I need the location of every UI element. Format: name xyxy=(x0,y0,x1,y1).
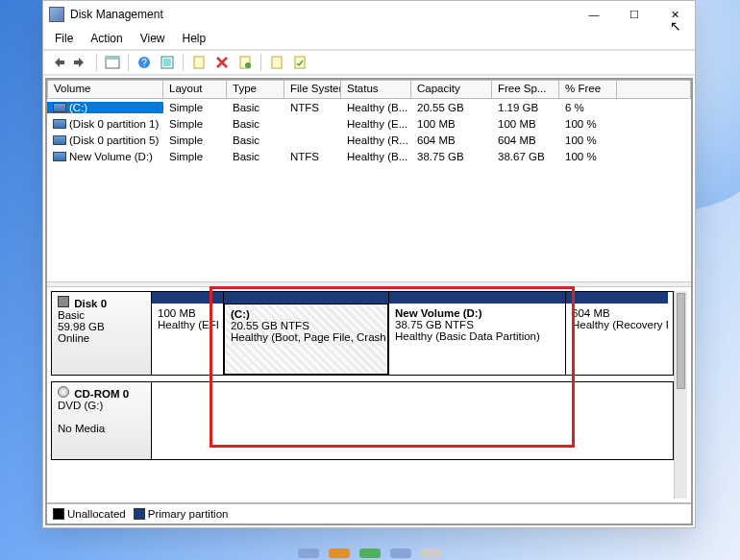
drive-icon xyxy=(53,152,66,161)
col-pctfree[interactable]: % Free xyxy=(559,80,617,99)
menu-help[interactable]: Help xyxy=(175,30,214,47)
x-icon xyxy=(214,55,230,70)
cdrom-empty xyxy=(152,382,673,459)
cdrom-info: CD-ROM 0 DVD (G:) No Media xyxy=(52,382,152,459)
svg-rect-6 xyxy=(194,57,204,68)
swatch-unallocated xyxy=(53,508,64,520)
partition-stripe xyxy=(389,292,565,304)
page2-icon xyxy=(269,55,284,70)
page-check-icon xyxy=(292,55,308,70)
disk0-size: 59.98 GB xyxy=(58,321,105,332)
properties-button[interactable] xyxy=(234,52,256,73)
graphic-scrollbar[interactable] xyxy=(674,291,687,499)
props-icon xyxy=(237,55,253,70)
menu-file[interactable]: File xyxy=(47,30,81,47)
partition[interactable]: 604 MBHealthy (Recovery Pa xyxy=(566,292,668,375)
disk0-type: Basic xyxy=(58,309,85,321)
disk0-partitions: 100 MBHealthy (EFI S(C:)20.55 GB NTFSHea… xyxy=(152,292,673,375)
page-icon xyxy=(191,55,207,70)
disk0-status: Online xyxy=(58,332,89,344)
app-icon xyxy=(49,7,64,22)
svg-rect-1 xyxy=(106,57,119,60)
partition[interactable]: (C:)20.55 GB NTFSHealthy (Boot, Page Fil… xyxy=(224,292,389,375)
partition-stripe xyxy=(152,292,223,304)
partition[interactable]: 100 MBHealthy (EFI S xyxy=(152,292,224,375)
titlebar[interactable]: Disk Management — ☐ ✕ xyxy=(43,1,695,28)
maximize-icon: ☐ xyxy=(629,9,639,21)
disk-management-window: Disk Management — ☐ ✕ File Action View H… xyxy=(42,0,696,528)
taskbar-icon[interactable] xyxy=(329,548,350,558)
toolbar-separator xyxy=(128,54,129,71)
panel-icon xyxy=(105,55,120,70)
close-button[interactable]: ✕ xyxy=(654,1,695,28)
scrollbar-thumb[interactable] xyxy=(677,293,685,389)
svg-rect-10 xyxy=(295,57,305,68)
toolbar-separator xyxy=(183,54,184,71)
col-free[interactable]: Free Sp... xyxy=(492,80,559,99)
svg-text:?: ? xyxy=(141,58,147,68)
refresh-button[interactable] xyxy=(157,52,178,73)
delete-button[interactable] xyxy=(211,52,233,73)
drive-icon xyxy=(53,119,66,129)
svg-rect-5 xyxy=(163,59,171,66)
toolbar-separator xyxy=(96,54,97,71)
disk0-label: Disk 0 xyxy=(74,298,107,309)
main-area: Volume Layout Type File System Status Ca… xyxy=(45,78,693,525)
show-hide-button[interactable] xyxy=(102,52,123,73)
minimize-button[interactable]: — xyxy=(574,1,614,28)
legend: Unallocated Primary partition xyxy=(47,502,691,523)
taskbar-icons xyxy=(0,547,740,560)
swatch-primary xyxy=(134,508,145,520)
disk-icon xyxy=(58,296,69,307)
volume-row[interactable]: (Disk 0 partition 5)SimpleBasicHealthy (… xyxy=(47,132,691,148)
volume-list-header: Volume Layout Type File System Status Ca… xyxy=(47,80,691,99)
taskbar-icon[interactable] xyxy=(390,548,411,558)
graphic-pane: Disk 0 Basic 59.98 GB Online 100 MBHealt… xyxy=(47,287,691,502)
toolbar: ? xyxy=(43,49,695,76)
options-button[interactable] xyxy=(289,52,310,73)
volume-row[interactable]: (C:)SimpleBasicNTFSHealthy (B...20.55 GB… xyxy=(47,99,691,115)
format-button[interactable] xyxy=(266,52,287,73)
taskbar-icon[interactable] xyxy=(421,548,442,558)
cdrom-icon xyxy=(58,386,69,398)
col-filesystem[interactable]: File System xyxy=(284,80,341,99)
drive-icon xyxy=(53,103,66,112)
menubar: File Action View Help xyxy=(43,28,695,49)
disk0-row[interactable]: Disk 0 Basic 59.98 GB Online 100 MBHealt… xyxy=(51,291,674,376)
forward-button[interactable] xyxy=(70,52,91,73)
close-icon: ✕ xyxy=(671,9,679,21)
taskbar-icon[interactable] xyxy=(359,548,381,558)
col-volume[interactable]: Volume xyxy=(47,80,163,99)
col-extra[interactable] xyxy=(617,80,691,99)
disk0-info: Disk 0 Basic 59.98 GB Online xyxy=(52,292,152,375)
toolbar-separator xyxy=(260,54,261,71)
col-layout[interactable]: Layout xyxy=(163,80,227,99)
col-type[interactable]: Type xyxy=(227,80,284,99)
back-button[interactable] xyxy=(47,52,68,73)
refresh-icon xyxy=(160,55,175,70)
partition-stripe xyxy=(566,292,668,304)
menu-view[interactable]: View xyxy=(133,30,173,47)
cdrom-row[interactable]: CD-ROM 0 DVD (G:) No Media xyxy=(51,381,674,460)
cdrom-label: CD-ROM 0 xyxy=(74,388,129,400)
partition[interactable]: New Volume (D:)38.75 GB NTFSHealthy (Bas… xyxy=(389,292,566,375)
partition-stripe xyxy=(224,292,388,304)
col-status[interactable]: Status xyxy=(341,80,411,99)
cdrom-sub: DVD (G:) xyxy=(58,400,103,411)
taskbar-icon[interactable] xyxy=(298,548,319,558)
help-icon: ? xyxy=(136,55,152,70)
menu-action[interactable]: Action xyxy=(83,30,130,47)
volume-list[interactable]: (C:)SimpleBasicNTFSHealthy (B...20.55 GB… xyxy=(47,99,691,281)
drive-icon xyxy=(53,135,66,145)
cdrom-media: No Media xyxy=(58,423,105,434)
window-title: Disk Management xyxy=(70,8,163,21)
legend-primary: Primary partition xyxy=(148,508,229,520)
svg-rect-9 xyxy=(272,57,282,68)
volume-row[interactable]: New Volume (D:)SimpleBasicNTFSHealthy (B… xyxy=(47,148,691,164)
arrow-right-icon xyxy=(73,55,88,70)
help-button[interactable]: ? xyxy=(134,52,155,73)
col-capacity[interactable]: Capacity xyxy=(411,80,492,99)
volume-row[interactable]: (Disk 0 partition 1)SimpleBasicHealthy (… xyxy=(47,115,691,132)
new-button[interactable] xyxy=(188,52,210,73)
maximize-button[interactable]: ☐ xyxy=(614,1,654,28)
